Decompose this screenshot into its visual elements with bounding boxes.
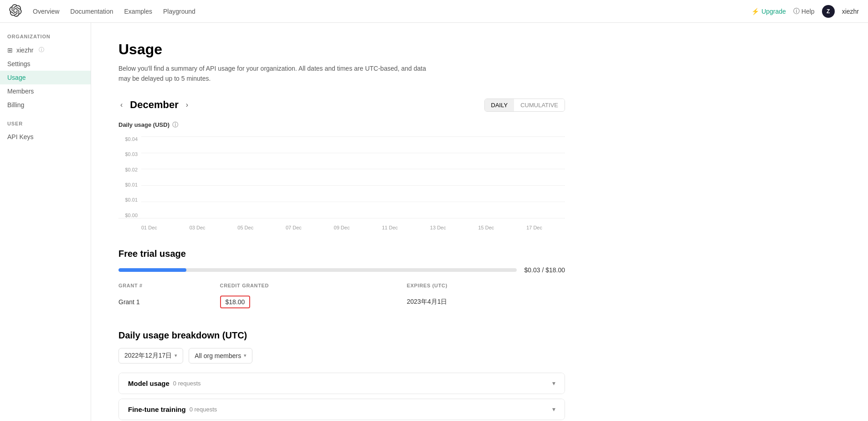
main-content: Usage Below you'll find a summary of API… [91, 23, 592, 421]
upgrade-button[interactable]: ⚡ Upgrade [751, 8, 786, 15]
sidebar: ORGANIZATION ⊞ xiezhr ⓘ Settings Usage M… [0, 23, 91, 421]
credit-col-header: CREDIT GRANTED [220, 281, 407, 292]
fine-tune-accordion: Fine-tune training 0 requests ▾ [118, 399, 565, 420]
y-label-1: $0.03 [118, 151, 141, 157]
page-description: Below you'll find a summary of API usage… [118, 63, 437, 84]
x-label-5: 11 Dec [382, 225, 398, 230]
model-usage-chevron-icon: ▾ [552, 379, 555, 387]
sidebar-divider [0, 112, 91, 121]
member-filter-dropdown[interactable]: All org members ▾ [189, 348, 252, 364]
logo[interactable] [9, 4, 22, 18]
sidebar-item-members[interactable]: Members [0, 84, 91, 98]
help-circle-icon: ⓘ [793, 7, 800, 16]
org-icon: ⊞ [7, 47, 13, 54]
member-filter-value: All org members [195, 352, 241, 359]
grant-col-header: GRANT # [118, 281, 220, 292]
sidebar-billing-label: Billing [7, 101, 24, 109]
progress-bar-fill [118, 268, 186, 272]
sidebar-item-api-keys[interactable]: API Keys [0, 130, 91, 144]
layout: ORGANIZATION ⊞ xiezhr ⓘ Settings Usage M… [0, 23, 868, 421]
x-label-8: 17 Dec [526, 225, 542, 230]
nav-documentation[interactable]: Documentation [70, 8, 113, 15]
page-title: Usage [118, 41, 565, 58]
date-filter-chevron-icon: ▾ [175, 353, 177, 359]
x-label-4: 09 Dec [334, 225, 350, 230]
date-filter-value: 2022年12月17日 [124, 352, 172, 360]
fine-tune-chevron-icon: ▾ [552, 405, 555, 413]
sidebar-org-name: xiezhr [16, 47, 33, 54]
fine-tune-badge: 0 requests [190, 406, 217, 413]
top-nav-right: ⚡ Upgrade ⓘ Help Z xiezhr [751, 5, 859, 18]
upgrade-label: Upgrade [761, 8, 786, 15]
fine-tune-accordion-header[interactable]: Fine-tune training 0 requests ▾ [119, 399, 565, 420]
grant-table-header: GRANT # CREDIT GRANTED EXPIRES (UTC) [118, 281, 565, 292]
sidebar-item-billing[interactable]: Billing [0, 98, 91, 112]
fine-tune-title: Fine-tune training [128, 405, 186, 413]
view-toggle: DAILY CUMULATIVE [484, 99, 565, 112]
y-label-0: $0.04 [118, 136, 141, 142]
daily-toggle-button[interactable]: DAILY [485, 99, 514, 111]
accordion-left-2: Fine-tune training 0 requests [128, 405, 217, 413]
chart-x-axis: 01 Dec 03 Dec 05 Dec 07 Dec 09 Dec 11 De… [118, 222, 565, 230]
y-label-4: $0.01 [118, 197, 141, 203]
date-filter-dropdown[interactable]: 2022年12月17日 ▾ [118, 348, 183, 364]
sidebar-usage-label: Usage [7, 74, 26, 81]
help-label: Help [801, 8, 815, 15]
free-trial-title: Free trial usage [118, 249, 565, 259]
sidebar-item-usage[interactable]: Usage [0, 71, 91, 84]
x-label-1: 03 Dec [190, 225, 205, 230]
chart-info-icon: ⓘ [172, 121, 178, 129]
nav-overview[interactable]: Overview [33, 8, 59, 15]
cumulative-toggle-button[interactable]: CUMULATIVE [514, 99, 565, 111]
grant-credit-cell-wrapper: $18.00 [220, 292, 407, 312]
nav-links: Overview Documentation Examples Playgrou… [33, 8, 751, 15]
y-label-2: $0.02 [118, 167, 141, 172]
sidebar-api-keys-label: API Keys [7, 133, 34, 140]
grant-number-cell: Grant 1 [118, 292, 220, 312]
y-label-3: $0.01 [118, 182, 141, 187]
chart-area [141, 136, 565, 218]
sidebar-members-label: Members [7, 88, 34, 95]
nav-examples[interactable]: Examples [124, 8, 152, 15]
progress-bar-container [118, 268, 517, 272]
user-section-label: USER [0, 121, 91, 130]
x-label-7: 15 Dec [478, 225, 494, 230]
sidebar-settings-label: Settings [7, 60, 31, 68]
grant-table-body: Grant 1 $18.00 2023年4月1日 [118, 292, 565, 312]
chart-container: $0.04 $0.03 $0.02 $0.01 $0.01 $0.00 [118, 136, 565, 218]
y-label-5: $0.00 [118, 213, 141, 218]
model-usage-badge: 0 requests [173, 380, 201, 387]
info-icon: ⓘ [39, 46, 44, 54]
x-label-2: 05 Dec [237, 225, 253, 230]
grant-credit-value: $18.00 [220, 296, 251, 308]
expires-col-header: EXPIRES (UTC) [407, 281, 565, 292]
x-label-3: 07 Dec [286, 225, 302, 230]
x-label-6: 13 Dec [430, 225, 446, 230]
sidebar-item-settings[interactable]: Settings [0, 57, 91, 71]
month-nav-left: ‹ December › [118, 99, 190, 111]
grant-expires-cell: 2023年4月1日 [407, 292, 565, 312]
breakdown-filters: 2022年12月17日 ▾ All org members ▾ [118, 348, 565, 364]
member-filter-chevron-icon: ▾ [244, 353, 247, 359]
free-trial-section: Free trial usage $0.03 / $18.00 GRANT # … [118, 249, 565, 312]
help-button[interactable]: ⓘ Help [793, 7, 815, 16]
sidebar-item-org[interactable]: ⊞ xiezhr ⓘ [0, 43, 91, 57]
breakdown-section: Daily usage breakdown (UTC) 2022年12月17日 … [118, 330, 565, 420]
prev-month-button[interactable]: ‹ [118, 99, 124, 111]
grant-table: GRANT # CREDIT GRANTED EXPIRES (UTC) Gra… [118, 281, 565, 312]
progress-row: $0.03 / $18.00 [118, 266, 565, 274]
next-month-button[interactable]: › [184, 99, 190, 111]
model-usage-accordion-header[interactable]: Model usage 0 requests ▾ [119, 373, 565, 394]
chart-section: Daily usage (USD) ⓘ $0.04 $0.03 $0.02 $0… [118, 121, 565, 230]
chart-bars [141, 136, 565, 218]
model-usage-accordion: Model usage 0 requests ▾ [118, 373, 565, 394]
top-nav: Overview Documentation Examples Playgrou… [0, 0, 868, 23]
nav-playground[interactable]: Playground [163, 8, 195, 15]
org-section-label: ORGANIZATION [0, 34, 91, 43]
username[interactable]: xiezhr [842, 8, 859, 15]
chart-y-axis: $0.04 $0.03 $0.02 $0.01 $0.01 $0.00 [118, 136, 141, 218]
table-row: Grant 1 $18.00 2023年4月1日 [118, 292, 565, 312]
accordion-left: Model usage 0 requests [128, 379, 201, 387]
user-avatar[interactable]: Z [822, 5, 835, 18]
model-usage-title: Model usage [128, 379, 169, 387]
